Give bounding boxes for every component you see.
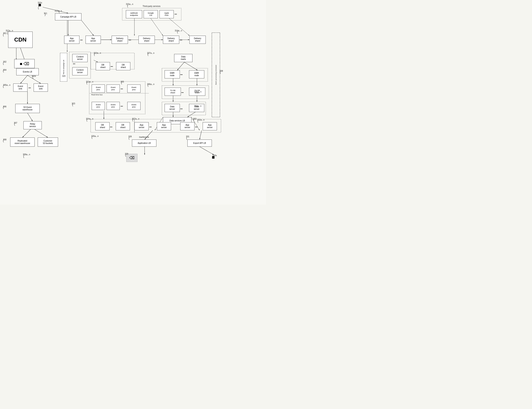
delivery-shard-4-label: Deliveryshard	[194, 37, 201, 42]
device-302: ■ ⌫	[14, 59, 35, 68]
app-server-lower-1-box: Appserver	[134, 122, 149, 130]
label-337: 337a...n	[147, 52, 154, 54]
application-lb-box: Application LB	[132, 139, 156, 147]
cdn-box: CDN	[8, 32, 33, 48]
delivery-shard-1-label: Deliveryshard	[116, 37, 123, 42]
customer-s3-buckets-label: CustomerS3 buckets	[43, 140, 53, 145]
relay-service-label: Relayservice	[29, 123, 36, 128]
label-303x: 303x	[32, 75, 36, 77]
content-server-1-box: Contentserver	[72, 54, 88, 62]
label-322: 322a...n	[94, 52, 101, 54]
application-lb-label: Application LB	[138, 142, 151, 144]
cdn-label: CDN	[14, 36, 27, 43]
event-proc-4-label: Eventproc	[96, 104, 101, 108]
label-328: 328	[128, 135, 132, 138]
app-server-lower-4-label: Appserver	[207, 124, 213, 129]
label-336: 336a...n	[147, 83, 154, 85]
svg-line-42	[177, 62, 184, 70]
device-329: ⌫	[126, 154, 138, 162]
ts-db-dots: •••	[181, 91, 184, 94]
emr-node-1-label: EMRnode	[170, 72, 174, 77]
label-314: 314a...n	[175, 29, 182, 32]
app-server-lower-3-box: Appserver	[180, 122, 195, 130]
data-server-dots: •••	[180, 108, 183, 110]
app-server-lower-3-label: Appserver	[185, 124, 190, 129]
label-311: 311	[44, 12, 47, 14]
data-services-lb-label: Data services LB	[169, 120, 185, 122]
label-306: 306	[3, 105, 7, 108]
svg-line-4	[82, 20, 94, 36]
app-server-lower-2-label: Appserver	[161, 124, 167, 129]
label-323: 323	[72, 102, 75, 105]
dashboards-label: Dashboards	[139, 136, 149, 138]
delivery-shard-3-label: Deliveryshard	[168, 37, 175, 42]
event-proc-dots-2: •••	[121, 105, 123, 107]
events-lb-label: Events LB	[23, 71, 32, 73]
app-server-2-label: Appserver	[90, 37, 96, 42]
delivery-shard-1-box: Deliveryshard	[112, 36, 128, 44]
data-server-1-box: Dataserver	[165, 104, 180, 112]
label-309: 309a...n	[23, 153, 30, 156]
apple-pns-label: ApplePNS	[164, 12, 169, 17]
data-server-1-label: Dataserver	[169, 105, 175, 110]
label-310x: 310x	[38, 2, 42, 4]
content-server-2-box: Contentserver	[72, 67, 88, 75]
event-proc-5-box: Eventproc	[107, 102, 120, 110]
db-shard-1-box: DBshard	[96, 62, 110, 70]
label-308: 308	[3, 139, 7, 141]
replicated-event-warehouse-box: Replicatedevent warehouse	[10, 138, 35, 147]
label-313: 313a...n	[55, 10, 62, 12]
event-proc-4-box: Eventproc	[92, 102, 105, 110]
event-proc-1-label: Eventproc	[96, 86, 101, 91]
svg-line-20	[22, 129, 30, 138]
emr-node-1-box: EMRnode	[165, 70, 180, 78]
db-shard-dots: •••	[111, 65, 113, 68]
emr-dots: •••	[180, 73, 183, 76]
label-315: 315a...n	[126, 3, 133, 5]
delivery-shard-2-box: Deliveryshard	[139, 36, 155, 44]
label-301: 301	[3, 32, 7, 34]
event-proc-1-box: Eventproc	[92, 84, 105, 93]
label-335: 335a...n	[194, 91, 201, 93]
label-327: 327a...n	[132, 118, 139, 120]
replicated-event-warehouse-label: Replicatedevent warehouse	[15, 140, 30, 145]
event-proc-2-label: Eventproc	[111, 86, 115, 91]
label-305: 305a...n	[3, 84, 10, 86]
label-332: 332a...n	[197, 119, 205, 121]
test-campaign-lb-label: Test & campaign LB	[63, 60, 65, 74]
app-server-lower-4-box: Appserver	[203, 122, 217, 130]
app-server-1-box: Appserver	[64, 36, 79, 44]
svg-line-37	[145, 130, 153, 139]
db-shard-1-label: DBshard	[100, 64, 105, 69]
app-server-lower-dots-2: •••	[195, 126, 197, 128]
event-proc-dots-1: •••	[121, 88, 123, 90]
event-proc-3-box: Eventproc	[127, 84, 140, 93]
delivery-shard-2-label: Deliveryshard	[143, 37, 150, 42]
app-server-dots: •••	[80, 39, 83, 41]
ts-db-shard-1-box: TS DBshard	[165, 88, 181, 96]
campaign-api-lb-box: Campaign API LB	[55, 13, 82, 20]
customer-s3-buckets-box: CustomerS3 buckets	[38, 138, 58, 147]
svg-line-41	[94, 60, 98, 62]
campaign-api-lb-label: Campaign API LB	[60, 16, 76, 18]
event-proc-6-box: Eventproc	[127, 102, 140, 110]
diagram-container: CDN ■ Campaign API LB Events LB ■ ⌫ Even…	[0, 0, 266, 204]
label-331: 331	[186, 135, 189, 138]
export-api-lb-label: Export API LB	[193, 142, 206, 144]
batch-processing-scheduler-label: Batch processing scheduler	[215, 65, 217, 85]
svg-line-43	[184, 62, 197, 70]
label-325: 325	[121, 81, 124, 83]
delivery-shard-3-box: Deliveryshard	[163, 36, 179, 44]
third-party-dots: •••	[175, 13, 177, 15]
google-cm-box: GoogleCM	[144, 10, 158, 18]
label-321: 321a...n	[86, 81, 93, 83]
app-server-2-box: Appserver	[85, 36, 101, 44]
data-marts-box: Datamarts	[174, 54, 193, 62]
apple-pns-box: ApplePNS	[159, 10, 174, 18]
app-server-lower-1-label: Appserver	[139, 124, 144, 129]
emr-node-2-box: EMRnode	[189, 70, 204, 78]
s3-event-warehouse-box: S3 Eventwarehouse	[15, 104, 40, 113]
event-proc-2-box: Eventproc	[107, 84, 120, 93]
db-shard-3-box: DBshard	[95, 122, 110, 130]
label-307: 307	[14, 122, 17, 124]
